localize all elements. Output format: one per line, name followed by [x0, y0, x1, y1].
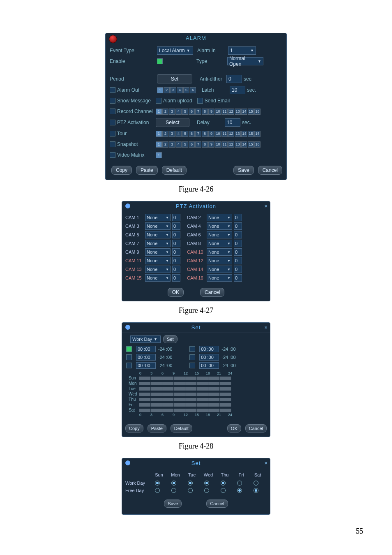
daytype-radio[interactable] [204, 481, 209, 486]
channel-7[interactable]: 7 [195, 109, 201, 115]
period-start-input[interactable]: 00 :00 [199, 346, 219, 352]
schedule-cell[interactable] [174, 387, 185, 391]
cancel-button[interactable]: Cancel [200, 288, 224, 297]
default-button[interactable]: Default [162, 166, 187, 175]
schedule-set-button[interactable]: Set [163, 335, 178, 343]
channel-2[interactable]: 2 [164, 87, 170, 93]
schedule-cell[interactable] [220, 403, 231, 407]
period-set-button[interactable]: Set [157, 74, 192, 83]
cam-action-select[interactable]: None▼ [207, 266, 232, 273]
channel-14[interactable]: 14 [241, 109, 247, 115]
schedule-cell[interactable] [151, 382, 162, 385]
schedule-cell[interactable] [174, 398, 185, 401]
channel-10[interactable]: 10 [215, 141, 221, 148]
schedule-cell[interactable] [174, 409, 185, 412]
cam-action-select[interactable]: None▼ [145, 248, 171, 256]
cam-preset-input[interactable]: 0 [234, 274, 242, 282]
channel-12[interactable]: 12 [228, 131, 234, 137]
channel-11[interactable]: 11 [221, 141, 228, 148]
period-enable-checkbox[interactable] [189, 346, 195, 352]
daytype-radio[interactable] [155, 488, 160, 493]
channel-6[interactable]: 6 [189, 141, 195, 148]
schedule-cell[interactable] [197, 398, 208, 401]
channel-9[interactable]: 9 [208, 131, 214, 137]
cam-preset-input[interactable]: 0 [172, 222, 180, 230]
daytype-radio[interactable] [221, 481, 226, 486]
cam-action-select[interactable]: None▼ [207, 222, 232, 230]
schedule-cell[interactable] [197, 403, 208, 407]
channel-5[interactable]: 5 [183, 87, 189, 93]
alarm-upload-checkbox[interactable] [156, 98, 161, 104]
cam-preset-input[interactable]: 0 [172, 214, 180, 221]
channel-12[interactable]: 12 [228, 141, 234, 148]
schedule-cell[interactable] [139, 393, 151, 396]
delay-input[interactable]: 10 [225, 118, 240, 127]
channel-1[interactable]: 1 [156, 131, 162, 137]
channel-4[interactable]: 4 [175, 141, 182, 148]
period-start-input[interactable]: 00 :00 [199, 354, 219, 361]
channel-5[interactable]: 5 [182, 109, 188, 115]
channel-12[interactable]: 12 [228, 109, 234, 115]
cam-preset-input[interactable]: 0 [172, 257, 180, 264]
channel-3[interactable]: 3 [169, 141, 175, 148]
schedule-cell[interactable] [139, 377, 151, 380]
channel-16[interactable]: 16 [254, 131, 261, 137]
schedule-cell[interactable] [174, 377, 185, 380]
latch-input[interactable]: 10 [230, 86, 245, 94]
cam-action-select[interactable]: None▼ [145, 257, 171, 264]
schedule-cell[interactable] [139, 409, 151, 412]
channel-1[interactable]: 1 [156, 141, 162, 148]
channel-4[interactable]: 4 [175, 131, 182, 137]
channel-10[interactable]: 10 [215, 109, 221, 115]
type-select[interactable]: Normal Open▼ [227, 57, 263, 65]
schedule-cell[interactable] [197, 387, 208, 391]
cancel-button[interactable]: Cancel [258, 166, 282, 175]
channel-15[interactable]: 15 [248, 109, 254, 115]
channel-14[interactable]: 14 [241, 131, 247, 137]
cam-preset-input[interactable]: 0 [234, 248, 242, 256]
channel-11[interactable]: 11 [221, 131, 228, 137]
cam-action-select[interactable]: None▼ [145, 266, 171, 273]
channel-7[interactable]: 7 [195, 131, 201, 137]
schedule-cell[interactable] [151, 398, 162, 401]
schedule-cell[interactable] [162, 409, 174, 412]
schedule-cell[interactable] [208, 393, 220, 396]
video-matrix-checkbox[interactable] [110, 152, 115, 158]
channel-5[interactable]: 5 [182, 131, 188, 137]
channel-15[interactable]: 15 [248, 141, 254, 148]
schedule-cell[interactable] [151, 403, 162, 407]
daytype-radio[interactable] [254, 481, 258, 486]
schedule-cell[interactable] [162, 377, 174, 380]
channel-3[interactable]: 3 [169, 131, 175, 137]
channel-11[interactable]: 11 [221, 109, 228, 115]
schedule-cell[interactable] [208, 377, 220, 380]
daytype-radio[interactable] [221, 488, 226, 493]
daytype-radio[interactable] [237, 488, 242, 493]
schedule-cell[interactable] [139, 398, 151, 401]
channel-3[interactable]: 3 [170, 87, 176, 93]
schedule-cell[interactable] [220, 377, 231, 380]
cam-action-select[interactable]: None▼ [145, 240, 171, 247]
period-start-input[interactable]: 00 :00 [136, 362, 156, 369]
channel-8[interactable]: 8 [202, 109, 208, 115]
daytype-radio[interactable] [188, 481, 193, 486]
daytype-radio[interactable] [171, 488, 176, 493]
channel-16[interactable]: 16 [254, 141, 261, 148]
record-channel-checkbox[interactable] [110, 109, 115, 114]
cam-preset-input[interactable]: 0 [172, 274, 180, 282]
schedule-cell[interactable] [185, 387, 197, 391]
snapshot-checkbox[interactable] [110, 141, 115, 147]
close-icon[interactable]: × [264, 203, 267, 209]
channel-5[interactable]: 5 [182, 141, 188, 148]
copy-button[interactable]: Copy [125, 424, 143, 432]
channel-6[interactable]: 6 [189, 109, 195, 115]
schedule-cell[interactable] [208, 409, 220, 412]
schedule-cell[interactable] [197, 393, 208, 396]
schedule-cell[interactable] [185, 382, 197, 385]
schedule-cell[interactable] [162, 398, 174, 401]
schedule-cell[interactable] [197, 409, 208, 412]
schedule-cell[interactable] [220, 393, 231, 396]
channel-14[interactable]: 14 [241, 141, 247, 148]
ok-button[interactable]: OK [227, 424, 241, 432]
alarm-in-select[interactable]: 1▼ [228, 46, 256, 55]
